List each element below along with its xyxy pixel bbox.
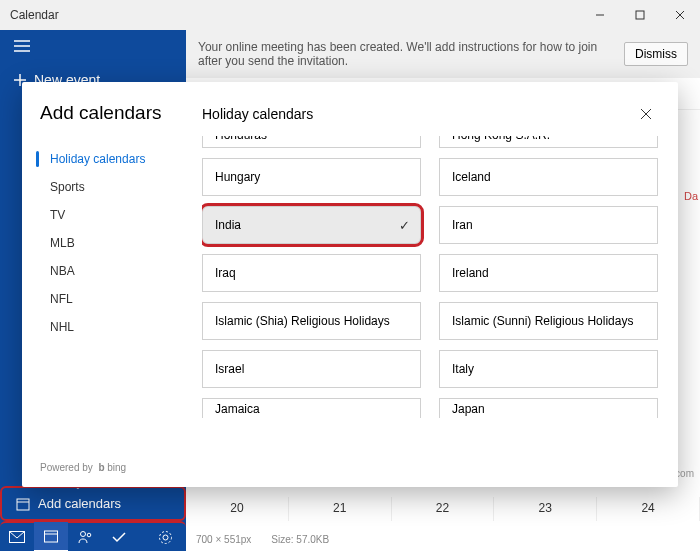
nav-calendar[interactable]	[34, 522, 68, 551]
minimize-button[interactable]	[580, 0, 620, 30]
holiday-tile-japan[interactable]: Japan	[439, 398, 658, 418]
holiday-tile-iraq[interactable]: Iraq	[202, 254, 421, 292]
add-calendars-label: Add calendars	[38, 496, 121, 511]
holiday-tile-hungary[interactable]: Hungary	[202, 158, 421, 196]
holiday-tile-islamic-sunni-religious-holidays[interactable]: Islamic (Sunni) Religious Holidays	[439, 302, 658, 340]
holiday-tile-italy[interactable]: Italy	[439, 350, 658, 388]
category-mlb[interactable]: MLB	[40, 230, 184, 256]
side-badge: Da	[684, 190, 698, 202]
nav-settings[interactable]	[148, 522, 182, 551]
day-header: 23	[494, 497, 597, 521]
notice-bar: Your online meeting has been created. We…	[186, 30, 700, 78]
check-icon: ✓	[399, 218, 410, 233]
nav-people[interactable]	[68, 522, 102, 551]
calendar-icon	[44, 529, 58, 543]
todo-icon	[112, 531, 126, 543]
maximize-icon	[635, 10, 645, 20]
svg-rect-10	[17, 499, 29, 510]
bing-logo: b	[98, 462, 104, 473]
close-icon	[640, 108, 652, 120]
dimensions-label: 700 × 551px	[196, 534, 251, 545]
svg-rect-13	[45, 531, 58, 542]
day-header: 21	[289, 497, 392, 521]
calendar-add-icon	[16, 497, 30, 511]
category-nfl[interactable]: NFL	[40, 286, 184, 312]
svg-point-18	[159, 531, 171, 543]
holiday-tile-ireland[interactable]: Ireland	[439, 254, 658, 292]
hamburger-icon	[14, 40, 30, 52]
nav-todo[interactable]	[102, 522, 136, 551]
holiday-tile-iran[interactable]: Iran	[439, 206, 658, 244]
app-navbar	[0, 521, 186, 551]
dialog-close-button[interactable]	[634, 102, 658, 126]
powered-by: Powered by b bing	[40, 462, 184, 477]
hamburger-button[interactable]	[0, 30, 186, 62]
day-header: 24	[597, 497, 700, 521]
category-tv[interactable]: TV	[40, 202, 184, 228]
day-header: 20	[186, 497, 289, 521]
section-title: Holiday calendars	[202, 106, 634, 122]
category-holiday-calendars[interactable]: Holiday calendars	[40, 146, 184, 172]
holiday-tile-islamic-shia-religious-holidays[interactable]: Islamic (Shia) Religious Holidays	[202, 302, 421, 340]
footer-status: 700 × 551px Size: 57.0KB	[196, 534, 329, 545]
svg-rect-1	[636, 11, 644, 19]
close-icon	[675, 10, 685, 20]
dialog-content: Holiday calendars HondurasHong Kong S.A.…	[202, 82, 678, 487]
holiday-tile-hong-kong-s-a-r-[interactable]: Hong Kong S.A.R.	[439, 136, 658, 148]
dialog-sidebar: Add calendars Holiday calendarsSportsTVM…	[22, 82, 202, 487]
titlebar: Calendar	[0, 0, 700, 30]
day-header-row: 20 21 22 23 24	[186, 497, 700, 521]
category-nba[interactable]: NBA	[40, 258, 184, 284]
add-calendars-dialog: Add calendars Holiday calendarsSportsTVM…	[22, 82, 678, 487]
people-icon	[78, 530, 93, 544]
nav-mail[interactable]	[0, 522, 34, 551]
holiday-tile-india[interactable]: India✓	[202, 206, 421, 244]
close-button[interactable]	[660, 0, 700, 30]
gear-icon	[158, 530, 173, 545]
holiday-tile-israel[interactable]: Israel	[202, 350, 421, 388]
size-label: Size: 57.0KB	[271, 534, 329, 545]
window-title: Calendar	[0, 8, 580, 22]
holiday-tile-honduras[interactable]: Honduras	[202, 136, 421, 148]
dialog-title: Add calendars	[40, 102, 184, 124]
add-calendars-button[interactable]: Add calendars	[0, 486, 186, 521]
category-sports[interactable]: Sports	[40, 174, 184, 200]
svg-point-17	[163, 535, 168, 540]
svg-point-15	[80, 532, 85, 537]
notice-text: Your online meeting has been created. We…	[198, 40, 614, 68]
day-header: 22	[392, 497, 495, 521]
category-nhl[interactable]: NHL	[40, 314, 184, 340]
mail-icon	[9, 531, 25, 543]
holiday-grid: HondurasHong Kong S.A.R.HungaryIcelandIn…	[202, 136, 658, 477]
holiday-tile-jamaica[interactable]: Jamaica	[202, 398, 421, 418]
maximize-button[interactable]	[620, 0, 660, 30]
svg-point-16	[87, 533, 91, 537]
category-list: Holiday calendarsSportsTVMLBNBANFLNHL	[40, 146, 184, 340]
holiday-tile-iceland[interactable]: Iceland	[439, 158, 658, 196]
minimize-icon	[595, 10, 605, 20]
dismiss-button[interactable]: Dismiss	[624, 42, 688, 66]
